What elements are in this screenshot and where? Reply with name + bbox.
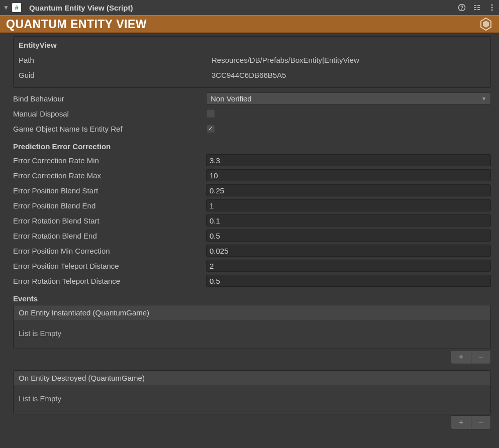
entityview-infobox: EntityView Path Resources/DB/Prefabs/Box… — [13, 36, 491, 88]
event-header: On Entity Instantiated (QuantumGame) — [14, 305, 490, 320]
field-label: Error Correction Rate Max — [13, 171, 206, 180]
go-name-checkbox[interactable]: ✓ — [206, 124, 215, 133]
presets-icon[interactable] — [473, 4, 481, 12]
add-listener-button[interactable]: + — [451, 415, 471, 429]
manual-disposal-checkbox[interactable] — [206, 109, 215, 118]
svg-rect-5 — [477, 5, 480, 6]
event-header: On Entity Destroyed (QuantumGame) — [14, 371, 490, 385]
kebab-menu-icon[interactable] — [488, 4, 496, 12]
on-entity-destroyed-event: On Entity Destroyed (QuantumGame) List i… — [13, 370, 491, 414]
foldout-arrow-icon[interactable]: ▼ — [3, 4, 9, 11]
svg-rect-7 — [477, 9, 480, 10]
field-label: Error Position Blend End — [13, 201, 206, 210]
field-label: Error Correction Rate Min — [13, 156, 206, 165]
svg-point-9 — [491, 7, 493, 9]
svg-marker-12 — [483, 21, 489, 28]
svg-rect-4 — [474, 9, 476, 10]
remove-listener-button[interactable]: − — [471, 350, 491, 364]
guid-value: 3CC944C6DB66B5A5 — [212, 71, 286, 79]
error-position-teleport-distance-input[interactable] — [206, 260, 491, 272]
guid-label: Guid — [19, 71, 212, 79]
svg-point-10 — [491, 10, 493, 11]
field-label: Error Position Teleport Distance — [13, 262, 206, 270]
svg-text:?: ? — [460, 5, 463, 11]
field-label: Error Position Blend Start — [13, 186, 206, 195]
quantum-logo-icon — [479, 17, 493, 31]
svg-rect-3 — [474, 7, 476, 8]
events-section-header: Events — [13, 294, 491, 303]
error-rotation-blend-end-input[interactable] — [206, 230, 491, 242]
branding-banner: QUANTUM ENTITY VIEW — [0, 15, 499, 33]
on-entity-instantiated-event: On Entity Instantiated (QuantumGame) Lis… — [13, 305, 491, 349]
add-listener-button[interactable]: + — [451, 350, 471, 364]
error-correction-rate-min-input[interactable] — [206, 154, 491, 166]
error-correction-rate-max-input[interactable] — [206, 169, 491, 181]
field-label: Error Position Min Correction — [13, 247, 206, 255]
error-position-blend-end-input[interactable] — [206, 199, 491, 211]
error-rotation-blend-start-input[interactable] — [206, 214, 491, 227]
bind-behaviour-dropdown[interactable]: Non Verified ▼ — [206, 92, 491, 104]
field-label: Error Rotation Blend Start — [13, 216, 206, 225]
banner-title: QUANTUM ENTITY VIEW — [6, 18, 147, 31]
error-rotation-teleport-distance-input[interactable] — [206, 275, 491, 287]
chevron-down-icon: ▼ — [481, 96, 486, 101]
help-icon[interactable]: ? — [458, 4, 466, 12]
script-icon: # — [12, 3, 21, 12]
path-value: Resources/DB/Prefabs/BoxEntity|EntityVie… — [212, 56, 359, 64]
event-body: List is Empty — [14, 385, 490, 414]
svg-point-8 — [491, 5, 493, 6]
bind-behaviour-value: Non Verified — [211, 94, 252, 103]
path-label: Path — [19, 56, 212, 64]
remove-listener-button[interactable]: − — [471, 415, 491, 429]
svg-rect-2 — [474, 5, 476, 6]
prediction-section-header: Prediction Error Correction — [13, 142, 491, 151]
event-body: List is Empty — [14, 320, 490, 349]
field-label: Error Rotation Blend End — [13, 232, 206, 240]
go-name-label: Game Object Name Is Entity Ref — [13, 125, 206, 133]
error-position-blend-start-input[interactable] — [206, 184, 491, 196]
bind-behaviour-label: Bind Behaviour — [13, 94, 206, 103]
error-position-min-correction-input[interactable] — [206, 245, 491, 257]
manual-disposal-label: Manual Disposal — [13, 109, 206, 118]
component-header: ▼ # Quantum Entity View (Script) ? — [0, 0, 499, 15]
field-label: Error Rotation Teleport Distance — [13, 277, 206, 285]
entityview-title: EntityView — [19, 41, 485, 49]
svg-rect-6 — [477, 7, 480, 8]
component-title: Quantum Entity View (Script) — [29, 4, 455, 12]
